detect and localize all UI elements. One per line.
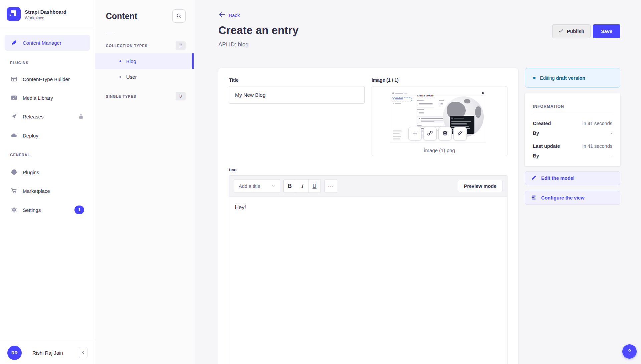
format-button-group: B I U bbox=[283, 179, 321, 193]
sidebar-collapse-button[interactable] bbox=[79, 347, 87, 358]
app-title: Strapi Dashboard bbox=[25, 9, 66, 15]
back-label: Back bbox=[229, 12, 240, 18]
sidebar-section-general: GENERAL bbox=[10, 153, 30, 157]
configure-view-button[interactable]: Configure the view bbox=[525, 191, 620, 205]
configure-view-label: Configure the view bbox=[541, 195, 585, 201]
sidebar-item-content-manager[interactable]: Content Manager bbox=[5, 35, 90, 51]
page-title: Create an entry bbox=[218, 24, 298, 37]
content-manager-icon bbox=[11, 39, 17, 46]
thumbnail-nav-bar bbox=[393, 136, 401, 137]
sidebar-item-media-library[interactable]: Media Library bbox=[5, 90, 90, 105]
info-row-created: Created in 41 seconds bbox=[533, 121, 612, 126]
sidebar-item-releases[interactable]: Releases bbox=[5, 109, 90, 124]
edit-model-label: Edit the model bbox=[541, 175, 575, 181]
sidebar-item-settings[interactable]: Settings 1 bbox=[5, 203, 90, 217]
editor-toolbar: Add a title B I U ⋯ Preview mode bbox=[229, 175, 507, 197]
information-title: INFORMATION bbox=[533, 104, 612, 109]
save-button[interactable]: Save bbox=[593, 24, 620, 38]
sidebar-item-deploy[interactable]: Deploy bbox=[5, 128, 90, 143]
entry-form-card: Title Image (1 / 1) bbox=[218, 68, 518, 364]
chevron-left-icon bbox=[81, 350, 85, 356]
preview-mode-button[interactable]: Preview mode bbox=[458, 180, 502, 192]
sidebar-item-label: Marketplace bbox=[23, 188, 50, 194]
thumbnail-label bbox=[417, 109, 424, 110]
pencil-icon bbox=[457, 130, 463, 137]
search-button[interactable] bbox=[172, 9, 186, 23]
thumbnail-label bbox=[417, 100, 424, 101]
subnav-item-blog[interactable]: Blog bbox=[95, 53, 194, 69]
italic-button[interactable]: I bbox=[296, 179, 308, 193]
settings-gear-icon bbox=[11, 207, 17, 213]
underline-button[interactable]: U bbox=[308, 179, 321, 193]
info-label: By bbox=[533, 153, 539, 158]
sidebar-item-plugins[interactable]: Plugins bbox=[5, 165, 90, 179]
single-types-label: SINGLE TYPES bbox=[106, 94, 136, 98]
bullet-icon bbox=[120, 60, 121, 62]
info-value: - bbox=[611, 130, 612, 136]
delete-image-button[interactable] bbox=[438, 127, 452, 140]
search-icon bbox=[176, 13, 182, 20]
thumbnail-nav-bar bbox=[395, 98, 403, 99]
info-label: By bbox=[533, 130, 539, 136]
sidebar-section-plugins: PLUGINS bbox=[10, 61, 28, 65]
sidebar-item-label: Media Library bbox=[23, 95, 53, 101]
single-types-header: SINGLE TYPES 0 bbox=[95, 92, 194, 100]
image-actions bbox=[408, 127, 467, 140]
subnav-item-label: User bbox=[126, 74, 137, 80]
sidebar-item-label: Content Manager bbox=[23, 40, 61, 46]
sidebar-footer: RR Rishi Raj Jain bbox=[0, 341, 95, 364]
title-input[interactable] bbox=[229, 86, 365, 104]
sidebar-item-content-type-builder[interactable]: Content-Type Builder bbox=[5, 72, 90, 86]
editor-content[interactable]: Hey! bbox=[229, 197, 507, 218]
thumbnail-helper bbox=[417, 107, 434, 107]
help-button[interactable]: ? bbox=[622, 344, 637, 359]
plugins-puzzle-icon bbox=[11, 169, 17, 175]
user-avatar[interactable]: RR bbox=[7, 346, 22, 360]
image-field-card: Create project bbox=[372, 86, 507, 156]
back-link[interactable]: Back bbox=[219, 11, 240, 19]
thumbnail-input bbox=[417, 111, 447, 115]
info-value: in 41 seconds bbox=[583, 121, 612, 126]
edit-image-button[interactable] bbox=[453, 127, 467, 140]
bold-button[interactable]: B bbox=[283, 179, 296, 193]
header-actions: Publish Save bbox=[552, 24, 620, 38]
subnav-item-user[interactable]: User bbox=[95, 69, 194, 85]
image-filename: image (1).png bbox=[372, 147, 507, 153]
thumbnail-logo bbox=[392, 92, 394, 94]
thumbnail-label bbox=[417, 125, 422, 126]
title-style-value: Add a title bbox=[239, 184, 260, 189]
publish-label: Publish bbox=[567, 29, 584, 34]
info-row-created-by: By - bbox=[533, 130, 612, 136]
link-icon bbox=[427, 130, 433, 137]
thumbnail-nav-bar bbox=[393, 133, 400, 134]
subnav-item-label: Blog bbox=[126, 58, 136, 64]
title-style-select[interactable]: Add a title bbox=[234, 179, 280, 193]
workspace-header[interactable]: Strapi Dashboard Workplace bbox=[0, 0, 95, 29]
strapi-dashboard: Strapi Dashboard Workplace Content Manag… bbox=[0, 0, 641, 364]
media-library-icon bbox=[11, 94, 17, 101]
info-row-updated-by: By - bbox=[533, 153, 612, 158]
api-id-subtitle: API ID: blog bbox=[218, 41, 249, 48]
workspace-name: Workplace bbox=[25, 16, 66, 20]
collection-types-header: COLLECTION TYPES 2 bbox=[95, 41, 194, 50]
thumbnail-avatar bbox=[482, 92, 484, 94]
draft-dot-icon bbox=[533, 77, 536, 79]
subnav-divider bbox=[106, 33, 114, 33]
thumbnail-nav-selected bbox=[392, 97, 412, 101]
information-panel: INFORMATION Created in 41 seconds By - L… bbox=[525, 93, 620, 166]
copy-link-button[interactable] bbox=[423, 127, 437, 140]
thumbnail-select bbox=[439, 102, 447, 106]
add-image-button[interactable] bbox=[408, 127, 422, 140]
more-formats-button[interactable]: ⋯ bbox=[325, 179, 337, 193]
sidebar-item-marketplace[interactable]: Marketplace bbox=[5, 184, 90, 198]
thumbnail-nav-dot bbox=[393, 103, 394, 104]
thumbnail-tag bbox=[404, 93, 407, 94]
publish-button[interactable]: Publish bbox=[552, 24, 591, 38]
pencil-icon bbox=[531, 175, 537, 182]
thumbnail-nav-bar bbox=[393, 130, 402, 131]
check-icon bbox=[559, 28, 564, 34]
sidebar-item-label: Content-Type Builder bbox=[23, 76, 70, 82]
deploy-cloud-icon bbox=[11, 132, 17, 139]
image-field-label: Image (1 / 1) bbox=[372, 77, 399, 83]
edit-model-button[interactable]: Edit the model bbox=[525, 171, 620, 185]
